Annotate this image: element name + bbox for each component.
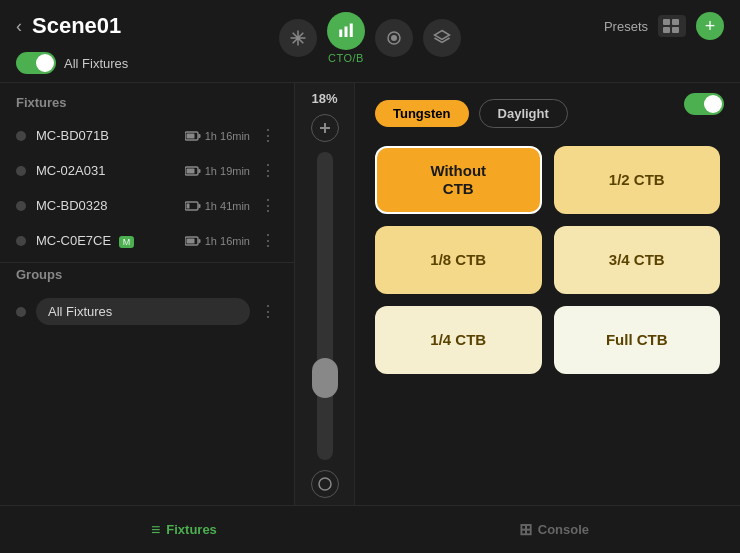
fixtures-nav-icon: ≡ [151, 521, 160, 539]
snowflake-icon [289, 29, 307, 47]
slider-up-button[interactable] [311, 114, 339, 142]
svg-rect-18 [186, 203, 189, 208]
groups-section-title: Groups [0, 267, 294, 290]
full-ctb-button[interactable]: Full CTB [554, 306, 721, 374]
svg-rect-14 [198, 169, 200, 173]
circles-icon [385, 29, 403, 47]
all-fixtures-toggle-group: All Fixtures [16, 52, 128, 74]
layers-icon [433, 29, 451, 47]
fixture-item[interactable]: MC-BD0328 1h 41min ⋮ [0, 188, 294, 223]
battery-time: 1h 16min [205, 235, 250, 247]
battery-icon [185, 201, 201, 211]
back-button[interactable]: ‹ [16, 16, 22, 37]
fixture-item[interactable]: MC-BD071B 1h 16min ⋮ [0, 118, 294, 153]
fixture-name: MC-BD0328 [36, 198, 185, 213]
group-item[interactable]: All Fixtures ⋮ [0, 290, 294, 333]
bottom-nav: ≡ Fixtures ⊞ Console [0, 505, 740, 553]
top-right-toggle-group [684, 93, 724, 115]
nav-fixtures[interactable]: ≡ Fixtures [151, 521, 217, 539]
divider [0, 262, 294, 263]
more-options-btn[interactable]: ⋮ [258, 231, 278, 250]
group-dot [16, 307, 26, 317]
console-nav-label: Console [538, 522, 589, 537]
right-panel-toggle[interactable] [684, 93, 724, 115]
three-quarter-ctb-button[interactable]: 3/4 CTB [554, 226, 721, 294]
without-ctb-button[interactable]: WithoutCTB [375, 146, 542, 214]
svg-rect-2 [350, 24, 353, 38]
slider-track[interactable] [317, 152, 333, 460]
slider-thumb[interactable] [312, 358, 338, 398]
header-right: Presets + [604, 12, 724, 40]
add-button[interactable]: + [696, 12, 724, 40]
layers-icon-btn[interactable] [423, 19, 461, 57]
chart-icon-btn[interactable] [327, 12, 365, 50]
svg-rect-17 [198, 204, 200, 208]
group-more-btn[interactable]: ⋮ [258, 302, 278, 321]
presets-label: Presets [604, 19, 648, 34]
svg-rect-1 [345, 27, 348, 38]
svg-rect-12 [186, 133, 194, 138]
more-options-btn[interactable]: ⋮ [258, 161, 278, 180]
fixture-name: MC-02A031 [36, 163, 185, 178]
mode-tabs: Tungsten Daylight [375, 99, 720, 128]
svg-marker-5 [435, 31, 450, 40]
percent-label: 18% [311, 91, 337, 106]
svg-rect-7 [672, 19, 679, 25]
fixtures-nav-label: Fixtures [166, 522, 217, 537]
more-options-btn[interactable]: ⋮ [258, 126, 278, 145]
fixture-item[interactable]: MC-C0E7CE M 1h 16min ⋮ [0, 223, 294, 258]
daylight-tab[interactable]: Daylight [479, 99, 568, 128]
svg-rect-9 [672, 27, 679, 33]
fixture-item[interactable]: MC-02A031 1h 19min ⋮ [0, 153, 294, 188]
fixture-dot [16, 201, 26, 211]
fixture-badge: M [119, 236, 135, 248]
battery-time: 1h 16min [205, 130, 250, 142]
circle-icon [318, 477, 332, 491]
fixture-dot [16, 236, 26, 246]
grid-icon [663, 19, 681, 33]
cto-label: CTO/B [328, 52, 364, 64]
fixture-dot [16, 131, 26, 141]
group-name: All Fixtures [36, 298, 250, 325]
all-fixtures-label: All Fixtures [64, 56, 128, 71]
main-content: Fixtures MC-BD071B 1h 16min ⋮ MC-02A031 [0, 83, 740, 536]
header: ‹ Scene01 CTO/B [0, 0, 740, 48]
eighth-ctb-button[interactable]: 1/8 CTB [375, 226, 542, 294]
svg-rect-6 [663, 19, 670, 25]
ctb-grid: WithoutCTB 1/2 CTB 1/8 CTB 3/4 CTB 1/4 C… [375, 146, 720, 374]
snowflake-icon-btn[interactable] [279, 19, 317, 57]
header-icon-group: CTO/B [279, 12, 461, 64]
slider-down-button[interactable] [311, 470, 339, 498]
fixture-name: MC-C0E7CE M [36, 233, 185, 248]
more-options-btn[interactable]: ⋮ [258, 196, 278, 215]
svg-rect-0 [339, 30, 342, 38]
all-fixtures-toggle[interactable] [16, 52, 56, 74]
svg-rect-11 [198, 134, 200, 138]
battery-icon [185, 166, 201, 176]
battery-time: 1h 41min [205, 200, 250, 212]
svg-rect-15 [186, 168, 194, 173]
chart-icon [337, 22, 355, 40]
left-panel: Fixtures MC-BD071B 1h 16min ⋮ MC-02A031 [0, 83, 295, 536]
circles-icon-btn[interactable] [375, 19, 413, 57]
fixture-name: MC-BD071B [36, 128, 185, 143]
scene-title: Scene01 [32, 13, 121, 39]
fixture-dot [16, 166, 26, 176]
nav-console[interactable]: ⊞ Console [519, 520, 589, 539]
svg-point-4 [391, 35, 397, 41]
console-nav-icon: ⊞ [519, 520, 532, 539]
cto-icon-container: CTO/B [327, 12, 365, 64]
fixture-battery: 1h 19min [185, 165, 250, 177]
battery-time: 1h 19min [205, 165, 250, 177]
tungsten-tab[interactable]: Tungsten [375, 100, 469, 127]
battery-icon [185, 131, 201, 141]
half-ctb-button[interactable]: 1/2 CTB [554, 146, 721, 214]
svg-rect-21 [186, 238, 194, 243]
fixture-battery: 1h 41min [185, 200, 250, 212]
right-panel: Tungsten Daylight WithoutCTB 1/2 CTB 1/8… [355, 83, 740, 536]
fixtures-section-title: Fixtures [0, 95, 294, 118]
presets-icon[interactable] [658, 15, 686, 37]
battery-icon [185, 236, 201, 246]
quarter-ctb-button[interactable]: 1/4 CTB [375, 306, 542, 374]
slider-panel: 18% INT [295, 83, 355, 536]
